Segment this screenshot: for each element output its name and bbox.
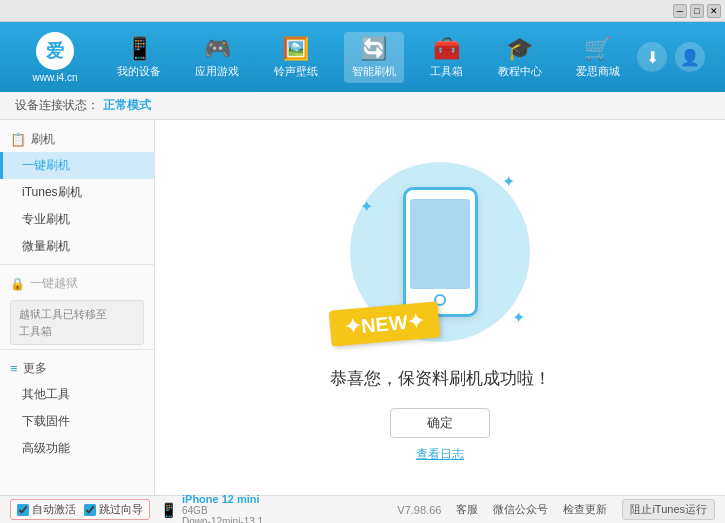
nav-toolbox-label: 工具箱 [430, 64, 463, 79]
sidebar-item-micro-flash[interactable]: 微量刷机 [0, 233, 154, 260]
sidebar-jailbreak-header: 🔒 一键越狱 [0, 269, 154, 296]
auto-activate-label[interactable]: 自动激活 [17, 502, 76, 517]
nav-tutorials-label: 教程中心 [498, 64, 542, 79]
maximize-button[interactable]: □ [690, 4, 704, 18]
nav-smart-flash[interactable]: 🔄 智能刷机 [344, 32, 404, 83]
nav-store[interactable]: 🛒 爱思商城 [568, 32, 628, 83]
itunes-button[interactable]: 阻止iTunes运行 [622, 499, 715, 520]
skip-wizard-text: 跳过向导 [99, 502, 143, 517]
minimize-button[interactable]: ─ [673, 4, 687, 18]
sidebar-divider-2 [0, 349, 154, 350]
sparkle-icon-3: ✦ [512, 308, 525, 327]
success-text: 恭喜您，保资料刷机成功啦！ [330, 367, 551, 390]
nav-smart-flash-label: 智能刷机 [352, 64, 396, 79]
advanced-label: 高级功能 [22, 441, 70, 455]
confirm-button-label: 确定 [427, 414, 453, 432]
status-label: 设备连接状态： [15, 97, 99, 114]
jailbreak-lock-icon: 🔒 [10, 277, 25, 291]
sidebar-item-download-firmware[interactable]: 下载固件 [0, 408, 154, 435]
more-section-icon: ≡ [10, 361, 18, 376]
wechat-link[interactable]: 微信公众号 [493, 502, 548, 517]
pro-flash-label: 专业刷机 [22, 212, 70, 226]
nav-bar: 📱 我的设备 🎮 应用游戏 🖼️ 铃声壁纸 🔄 智能刷机 🧰 工具箱 🎓 教程中… [100, 32, 637, 83]
customer-service-link[interactable]: 客服 [456, 502, 478, 517]
phone-screen [410, 199, 470, 289]
version-text: V7.98.66 [397, 504, 441, 516]
sparkle-icon-2: ✦ [360, 197, 373, 216]
flash-section-label: 刷机 [31, 131, 55, 148]
sidebar-item-advanced[interactable]: 高级功能 [0, 435, 154, 462]
device-phone-icon: 📱 [160, 502, 177, 518]
device-system: Down-12mini-13,1 [182, 516, 263, 524]
download-firmware-label: 下载固件 [22, 414, 70, 428]
auto-activate-text: 自动激活 [32, 502, 76, 517]
nav-store-label: 爱思商城 [576, 64, 620, 79]
title-bar: ─ □ ✕ [0, 0, 725, 22]
phone-shape [403, 187, 478, 317]
other-tools-label: 其他工具 [22, 387, 70, 401]
more-section-label: 更多 [23, 360, 47, 377]
download-button[interactable]: ⬇ [637, 42, 667, 72]
sidebar-item-other-tools[interactable]: 其他工具 [0, 381, 154, 408]
store-icon: 🛒 [584, 36, 611, 62]
device-storage: 64GB [182, 505, 263, 516]
device-info-area: 📱 iPhone 12 mini 64GB Down-12mini-13,1 [160, 493, 263, 524]
bottom-checkboxes: 自动激活 跳过向导 [10, 499, 150, 520]
skip-wizard-label[interactable]: 跳过向导 [84, 502, 143, 517]
sidebar-item-one-click-flash[interactable]: 一键刷机 [0, 152, 154, 179]
smart-flash-icon: 🔄 [360, 36, 387, 62]
micro-flash-label: 微量刷机 [22, 239, 70, 253]
main-layout: 📋 刷机 一键刷机 iTunes刷机 专业刷机 微量刷机 🔒 一键越狱 越狱工具… [0, 120, 725, 495]
one-click-flash-label: 一键刷机 [22, 158, 70, 172]
apps-icon: 🎮 [204, 36, 231, 62]
auto-activate-checkbox[interactable] [17, 504, 29, 516]
rebackup-link[interactable]: 查看日志 [416, 446, 464, 463]
bottom-left: 自动激活 跳过向导 📱 iPhone 12 mini 64GB Down-12m… [10, 493, 263, 524]
wallpaper-icon: 🖼️ [282, 36, 309, 62]
tutorials-icon: 🎓 [506, 36, 533, 62]
nav-tutorials[interactable]: 🎓 教程中心 [490, 32, 550, 83]
toolbox-icon: 🧰 [433, 36, 460, 62]
sidebar: 📋 刷机 一键刷机 iTunes刷机 专业刷机 微量刷机 🔒 一键越狱 越狱工具… [0, 120, 155, 495]
jailbreak-label: 一键越狱 [30, 275, 78, 292]
jailbreak-info-box: 越狱工具已转移至工具箱 [10, 300, 144, 345]
jailbreak-info-text: 越狱工具已转移至工具箱 [19, 308, 107, 337]
user-button[interactable]: 👤 [675, 42, 705, 72]
confirm-button[interactable]: 确定 [390, 408, 490, 438]
sidebar-more-header: ≡ 更多 [0, 354, 154, 381]
sidebar-item-itunes-flash[interactable]: iTunes刷机 [0, 179, 154, 206]
phone-illustration: ✦NEW✦ ✦ ✦ ✦ [340, 152, 540, 352]
sidebar-flash-header: 📋 刷机 [0, 125, 154, 152]
bottom-bar: 自动激活 跳过向导 📱 iPhone 12 mini 64GB Down-12m… [0, 495, 725, 523]
check-update-link[interactable]: 检查更新 [563, 502, 607, 517]
logo-icon: 爱 [36, 32, 74, 70]
nav-wallpaper[interactable]: 🖼️ 铃声壁纸 [266, 32, 326, 83]
sidebar-item-pro-flash[interactable]: 专业刷机 [0, 206, 154, 233]
nav-apps-label: 应用游戏 [195, 64, 239, 79]
status-bar: 设备连接状态： 正常模式 [0, 92, 725, 120]
nav-apps[interactable]: 🎮 应用游戏 [187, 32, 247, 83]
content-area: ✦NEW✦ ✦ ✦ ✦ 恭喜您，保资料刷机成功啦！ 确定 查看日志 [155, 120, 725, 495]
itunes-flash-label: iTunes刷机 [22, 185, 82, 199]
skip-wizard-checkbox[interactable] [84, 504, 96, 516]
device-details: iPhone 12 mini 64GB Down-12mini-13,1 [182, 493, 263, 524]
nav-my-device-label: 我的设备 [117, 64, 161, 79]
sparkle-icon-1: ✦ [502, 172, 515, 191]
logo-area: 爱 www.i4.cn [10, 32, 100, 83]
status-value: 正常模式 [103, 97, 151, 114]
logo-text: www.i4.cn [32, 72, 77, 83]
nav-my-device[interactable]: 📱 我的设备 [109, 32, 169, 83]
my-device-icon: 📱 [126, 36, 153, 62]
close-button[interactable]: ✕ [707, 4, 721, 18]
nav-toolbox[interactable]: 🧰 工具箱 [422, 32, 471, 83]
header: 爱 www.i4.cn 📱 我的设备 🎮 应用游戏 🖼️ 铃声壁纸 🔄 智能刷机… [0, 22, 725, 92]
sidebar-divider-1 [0, 264, 154, 265]
nav-wallpaper-label: 铃声壁纸 [274, 64, 318, 79]
header-right: ⬇ 👤 [637, 42, 715, 72]
flash-section-icon: 📋 [10, 132, 26, 147]
bottom-right: V7.98.66 客服 微信公众号 检查更新 阻止iTunes运行 [397, 499, 715, 520]
